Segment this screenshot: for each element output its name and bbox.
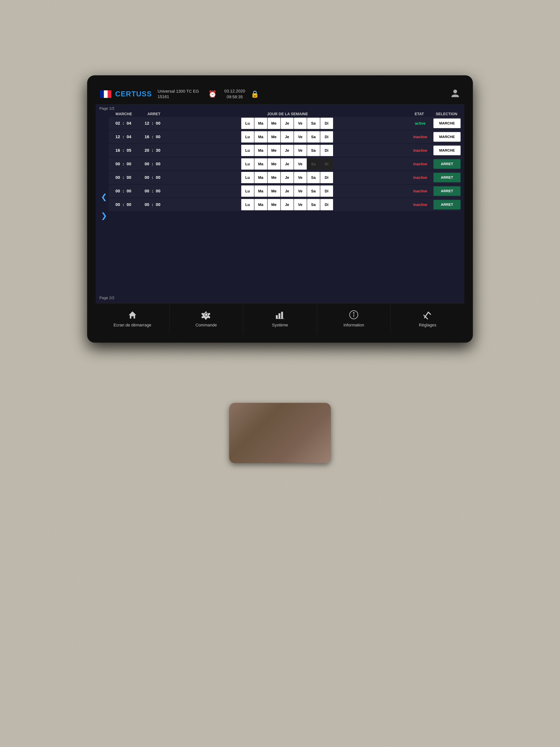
time-colon-1: : — [123, 134, 124, 139]
gear-icon — [201, 310, 211, 321]
nav-item-tools[interactable]: Réglages — [391, 303, 464, 334]
day-cell[interactable]: Lu — [241, 131, 254, 143]
selection-button[interactable]: ARRET — [433, 200, 461, 209]
day-cell[interactable]: Lu — [241, 185, 254, 197]
day-cell[interactable]: Sa — [307, 145, 320, 156]
day-cell[interactable]: Ma — [255, 185, 267, 197]
day-cell[interactable]: Sa — [307, 172, 320, 183]
chart-icon — [275, 310, 285, 321]
day-cell[interactable]: Di — [320, 172, 333, 183]
day-cell[interactable]: Ve — [294, 172, 307, 183]
flag-red — [108, 91, 111, 98]
selection-button[interactable]: MARCHE — [433, 119, 461, 128]
day-cell[interactable]: Di — [320, 158, 333, 170]
nav-prev-btn[interactable]: ❮ — [101, 193, 107, 201]
days-group: LuMaMeJeVeSaDi — [167, 131, 407, 143]
day-cell[interactable]: Je — [281, 131, 294, 143]
day-cell[interactable]: Me — [268, 131, 281, 143]
nav-next-btn[interactable]: ❯ — [101, 212, 107, 219]
nav-item-chart[interactable]: Système — [243, 303, 317, 334]
day-cell[interactable]: Lu — [241, 118, 254, 129]
arret-time: 00 : 00 — [138, 175, 167, 180]
svg-rect-3 — [276, 315, 278, 318]
day-cell[interactable]: Ma — [255, 199, 267, 210]
day-cell[interactable]: Me — [268, 172, 281, 183]
day-cell[interactable]: Sa — [307, 131, 320, 143]
day-cell[interactable]: Ve — [294, 158, 307, 170]
info-icon — [349, 310, 359, 321]
day-cell[interactable]: Di — [320, 199, 333, 210]
day-cell[interactable]: Di — [320, 185, 333, 197]
day-cell[interactable]: Ma — [255, 158, 267, 170]
arret-hour: 00 — [143, 202, 151, 207]
day-cell[interactable]: Di — [320, 118, 333, 129]
schedule-row: 00 : 00 00 : 00 LuMaMeJeVeSaDiinactiveAR… — [109, 158, 461, 171]
flag-white — [104, 91, 108, 98]
nav-left: ❮ ❯ — [99, 117, 109, 295]
arret-time: 16 : 00 — [138, 134, 167, 139]
day-cell[interactable]: Ve — [294, 131, 307, 143]
col-arret-header: ARRET — [139, 112, 169, 116]
home-icon — [128, 310, 137, 321]
day-cell[interactable]: Ve — [294, 199, 307, 210]
day-cell[interactable]: Je — [281, 172, 294, 183]
lock-icon: 🔒 — [251, 90, 259, 98]
day-cell[interactable]: Me — [268, 118, 281, 129]
user-icon — [451, 88, 460, 100]
etat-status: inactive — [407, 189, 433, 194]
day-cell[interactable]: Ve — [294, 185, 307, 197]
days-group: LuMaMeJeVeSaDi — [167, 172, 407, 183]
day-cell[interactable]: Ve — [294, 145, 307, 156]
day-cell[interactable]: Lu — [241, 145, 254, 156]
marche-hour: 00 — [114, 202, 122, 207]
day-cell[interactable]: Ma — [255, 118, 267, 129]
day-cell[interactable]: Me — [268, 158, 281, 170]
day-cell[interactable]: Sa — [307, 118, 320, 129]
day-cell[interactable]: Je — [281, 185, 294, 197]
marche-min: 04 — [125, 121, 133, 126]
selection-button[interactable]: MARCHE — [433, 132, 461, 142]
days-group: LuMaMeJeVeSaDi — [167, 118, 407, 129]
arret-hour: 12 — [143, 121, 151, 126]
metal-card — [229, 403, 331, 463]
device-frame: CERTUSS Universal 1300 TC EG 15161 ⏰ 03.… — [87, 75, 473, 343]
col-jour-header: JOUR DE LA SEMAINE — [169, 112, 406, 116]
marche-min: 00 — [125, 161, 133, 166]
date-display: 03.12.2020 — [224, 88, 245, 94]
day-cell[interactable]: Lu — [241, 199, 254, 210]
selection-button[interactable]: MARCHE — [433, 146, 461, 155]
selection-button[interactable]: ARRET — [433, 186, 461, 196]
day-cell[interactable]: Di — [320, 131, 333, 143]
days-group: LuMaMeJeVeSaDi — [167, 158, 407, 170]
day-cell[interactable]: Me — [268, 185, 281, 197]
time-colon-2: : — [152, 202, 153, 207]
day-cell[interactable]: Di — [320, 145, 333, 156]
nav-item-home[interactable]: Ecran de démarrage — [96, 303, 169, 334]
nav-item-info[interactable]: Information — [317, 303, 391, 334]
day-cell[interactable]: Ve — [294, 118, 307, 129]
etat-status: inactive — [407, 135, 433, 139]
day-cell[interactable]: Sa — [307, 158, 320, 170]
day-cell[interactable]: Ma — [255, 145, 267, 156]
arret-time: 00 : 00 — [138, 161, 167, 166]
time-colon-1: : — [123, 121, 124, 126]
day-cell[interactable]: Sa — [307, 185, 320, 197]
day-cell[interactable]: Me — [268, 145, 281, 156]
day-cell[interactable]: Je — [281, 145, 294, 156]
day-cell[interactable]: Me — [268, 199, 281, 210]
day-cell[interactable]: Lu — [241, 172, 254, 183]
day-cell[interactable]: Je — [281, 158, 294, 170]
selection-button[interactable]: ARRET — [433, 159, 461, 169]
svg-rect-4 — [278, 313, 281, 318]
day-cell[interactable]: Je — [281, 199, 294, 210]
day-cell[interactable]: Je — [281, 118, 294, 129]
day-cell[interactable]: Sa — [307, 199, 320, 210]
day-cell[interactable]: Lu — [241, 158, 254, 170]
day-cell[interactable]: Ma — [255, 172, 267, 183]
marche-time: 16 : 05 — [109, 148, 138, 153]
day-cell[interactable]: Ma — [255, 131, 267, 143]
nav-item-gear[interactable]: Commande — [169, 303, 243, 334]
time-colon-2: : — [152, 121, 153, 126]
selection-button[interactable]: ARRET — [433, 173, 461, 182]
days-group: LuMaMeJeVeSaDi — [167, 199, 407, 210]
